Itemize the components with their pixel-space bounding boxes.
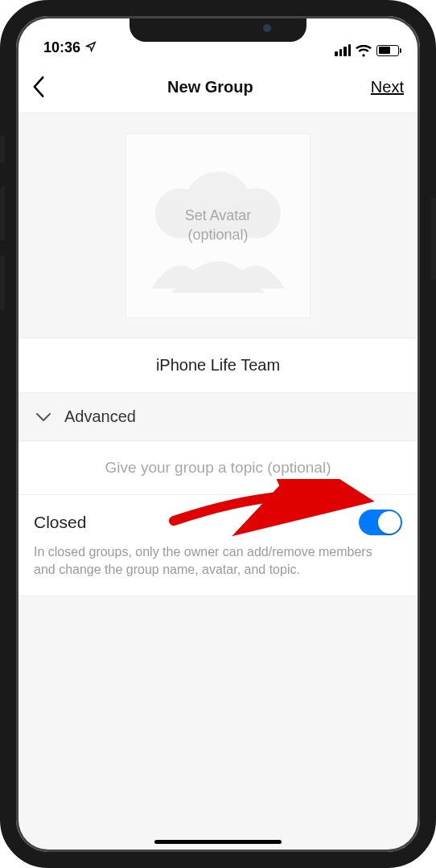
closed-label: Closed xyxy=(34,513,86,532)
phone-notch xyxy=(130,14,306,42)
phone-volume-up xyxy=(0,186,5,241)
phone-volume-down xyxy=(0,256,5,310)
group-name-field[interactable]: iPhone Life Team xyxy=(16,338,420,393)
cellular-icon xyxy=(335,44,351,56)
avatar-picker[interactable]: Set Avatar (optional) xyxy=(16,113,420,338)
chevron-down-icon xyxy=(35,411,51,423)
phone-mute-switch xyxy=(0,135,5,164)
closed-section: Closed In closed groups, only the owner … xyxy=(16,495,420,596)
back-button[interactable] xyxy=(27,76,50,98)
closed-toggle[interactable] xyxy=(359,510,402,535)
status-time: 10:36 xyxy=(43,39,80,56)
advanced-label: Advanced xyxy=(64,407,136,426)
page-title: New Group xyxy=(167,78,253,96)
group-topic-field[interactable]: Give your group a topic (optional) xyxy=(16,441,420,495)
location-icon xyxy=(85,39,97,56)
nav-bar: New Group Next xyxy=(16,61,420,113)
phone-power-button xyxy=(431,198,436,280)
battery-icon xyxy=(376,45,399,56)
avatar-label-line1: Set Avatar xyxy=(185,207,252,225)
closed-description: In closed groups, only the owner can add… xyxy=(34,543,384,578)
home-indicator[interactable] xyxy=(154,840,282,844)
avatar-label-line2: (optional) xyxy=(185,226,252,244)
next-button[interactable]: Next xyxy=(371,78,404,96)
empty-space xyxy=(16,596,420,852)
wifi-icon xyxy=(356,44,372,56)
advanced-toggle-row[interactable]: Advanced xyxy=(16,393,420,441)
